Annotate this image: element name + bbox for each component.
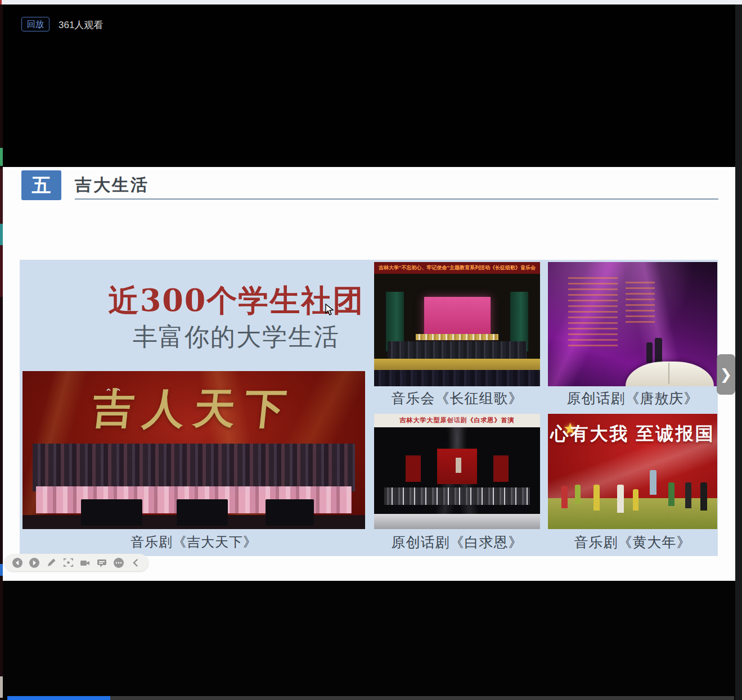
photo-caption: 音乐剧《吉大天下》	[23, 533, 365, 551]
presentation-slide: 五 吉大生活 近300个学生社团 丰富你的大学生活 ⌃⌃ 吉人天下 音乐剧《吉大…	[3, 167, 735, 581]
photo-overlay-title: 吉人天下	[23, 381, 365, 437]
actor-figure	[655, 338, 662, 363]
photo-overlay-title: 心有大我 至诚报国	[548, 422, 717, 446]
focus-icon[interactable]	[62, 557, 74, 569]
performer-figure	[633, 489, 638, 511]
photo-musical-jida-tianxia: ⌃⌃ 吉人天下	[23, 371, 365, 529]
playback-progress-fill	[7, 696, 110, 700]
pencil-icon[interactable]	[45, 557, 57, 569]
photo-caption: 音乐会《长征组歌》	[374, 389, 540, 408]
headline-block: 近300个学生社团 丰富你的大学生活	[98, 282, 374, 352]
stage-monitor	[266, 499, 313, 526]
projected-formulas	[568, 277, 618, 349]
chat-icon[interactable]	[96, 557, 108, 569]
play-icon[interactable]	[28, 557, 41, 569]
slide-content-panel: 近300个学生社团 丰富你的大学生活 ⌃⌃ 吉人天下 音乐剧《吉大天下》 吉林大…	[20, 260, 718, 556]
red-backdrop-panel	[406, 455, 421, 482]
performer-figure	[668, 482, 674, 506]
stage-monitor	[177, 499, 228, 526]
stage-screen	[424, 297, 491, 337]
viewer-count: 361人观看	[59, 19, 103, 31]
orchestra-row	[388, 341, 527, 359]
title-underline	[75, 198, 718, 200]
performer-figure	[593, 485, 600, 511]
photo-caption: 原创话剧《唐敖庆》	[548, 389, 717, 408]
photo-drama-tang-aoqing	[548, 262, 717, 386]
actor-figure	[646, 342, 653, 363]
photo-drama-baiqiuen: 吉林大学大型原创话剧《白求恩》首演	[374, 414, 540, 529]
performer-figure	[575, 485, 581, 504]
stage-front-edge	[374, 359, 540, 370]
mouse-cursor	[325, 304, 334, 316]
slide-title: 吉大生活	[75, 174, 149, 197]
performer-figure	[700, 482, 707, 511]
collapse-icon[interactable]	[129, 557, 142, 569]
stage-monitor	[81, 499, 143, 526]
video-letterbox-top	[3, 4, 735, 167]
statue-prop	[456, 458, 461, 473]
previous-icon[interactable]	[11, 557, 24, 569]
audience-silhouettes	[374, 370, 540, 386]
window-edge-mark	[0, 0, 2, 4]
stage-floor	[374, 514, 540, 529]
performer-figure	[617, 485, 624, 513]
subheadline-text: 丰富你的大学生活	[98, 321, 374, 352]
book-crease	[668, 363, 669, 384]
video-letterbox-bottom	[3, 581, 735, 700]
replay-badge: 回放	[21, 17, 50, 31]
window-right-edge	[735, 4, 742, 700]
photo-banner-text: 吉林大学“不忘初心、牢记使命”主题教育系列活动《长征组歌》音乐会	[374, 262, 540, 274]
choir-row	[416, 334, 499, 340]
player-toolbar	[5, 554, 149, 571]
red-backdrop-panel	[493, 455, 509, 482]
window-top-strip	[0, 0, 742, 4]
cast-lineup	[384, 487, 530, 505]
projected-formulas	[626, 282, 655, 324]
section-number-badge: 五	[21, 170, 61, 200]
photo-concert-changzheng: 吉林大学“不忘初心、牢记使命”主题教育系列活动《长征组歌》音乐会	[374, 262, 540, 386]
photo-caption: 音乐剧《黄大年》	[548, 533, 717, 552]
more-icon[interactable]	[113, 557, 125, 569]
playback-progress-bar[interactable]	[7, 696, 734, 700]
choir-crowd	[33, 444, 354, 491]
photo-musical-huang-danian: ★ 心有大我 至诚报国	[548, 414, 717, 529]
performer-figure	[650, 470, 656, 495]
next-slide-button[interactable]: ❯	[717, 354, 735, 395]
performer-figure	[561, 486, 568, 508]
camera-icon[interactable]	[79, 557, 91, 569]
performer-figure	[685, 482, 691, 508]
photo-caption: 原创话剧《白求恩》	[374, 533, 540, 552]
